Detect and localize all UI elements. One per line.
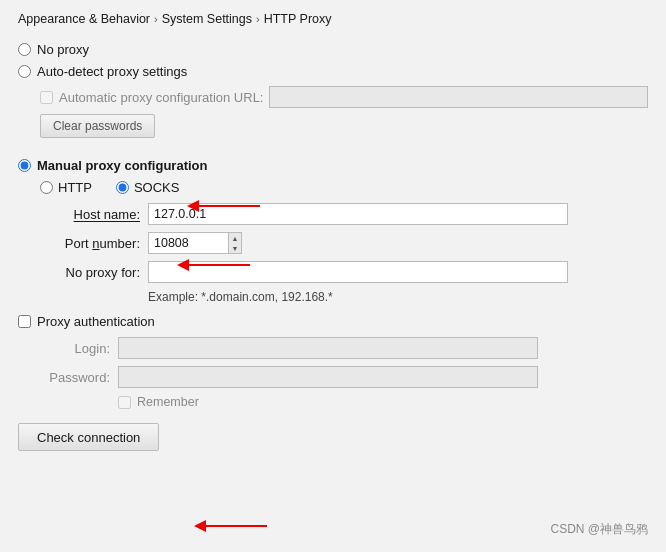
manual-proxy-radio[interactable] xyxy=(18,159,31,172)
breadcrumb-sep1: › xyxy=(154,13,158,25)
port-number-label: Port number: xyxy=(40,236,140,251)
login-row: Login: xyxy=(40,337,648,359)
manual-proxy-label: Manual proxy configuration xyxy=(37,158,207,173)
port-number-input[interactable] xyxy=(148,232,228,254)
host-name-input[interactable] xyxy=(148,203,568,225)
port-number-row: Port number: ▲ ▼ xyxy=(40,232,648,254)
auto-config-row: Automatic proxy configuration URL: xyxy=(40,86,648,108)
remember-row: Remember xyxy=(118,395,648,409)
breadcrumb-part1: Appearance & Behavior xyxy=(18,12,150,26)
auto-config-label: Automatic proxy configuration URL: xyxy=(59,90,263,105)
http-socks-row: HTTP SOCKS xyxy=(40,180,648,195)
no-proxy-radio[interactable] xyxy=(18,43,31,56)
socks-label[interactable]: SOCKS xyxy=(134,180,180,195)
no-proxy-for-label: No proxy for: xyxy=(40,265,140,280)
host-name-label: Host name: xyxy=(40,207,140,222)
login-input[interactable] xyxy=(118,337,538,359)
port-spinners: ▲ ▼ xyxy=(228,232,242,254)
no-proxy-label[interactable]: No proxy xyxy=(37,42,89,57)
breadcrumb-part3: HTTP Proxy xyxy=(264,12,332,26)
password-row: Password: xyxy=(40,366,648,388)
host-name-row: Host name: xyxy=(40,203,648,225)
example-text: Example: *.domain.com, 192.168.* xyxy=(148,290,648,304)
socks-option: SOCKS xyxy=(116,180,180,195)
auto-detect-label[interactable]: Auto-detect proxy settings xyxy=(37,64,187,79)
settings-panel: Appearance & Behavior › System Settings … xyxy=(0,0,666,552)
password-label: Password: xyxy=(40,370,110,385)
manual-proxy-row: Manual proxy configuration xyxy=(18,158,648,173)
check-arrow-annotation xyxy=(192,516,272,536)
port-decrement-button[interactable]: ▼ xyxy=(229,243,241,253)
clear-passwords-section: Clear passwords xyxy=(18,114,648,148)
proxy-auth-row: Proxy authentication xyxy=(18,314,648,329)
auto-detect-radio[interactable] xyxy=(18,65,31,78)
no-proxy-row: No proxy xyxy=(18,42,648,57)
clear-passwords-button[interactable]: Clear passwords xyxy=(40,114,155,138)
socks-radio[interactable] xyxy=(116,181,129,194)
watermark: CSDN @神兽鸟鸦 xyxy=(550,521,648,538)
proxy-auth-label[interactable]: Proxy authentication xyxy=(37,314,155,329)
password-input[interactable] xyxy=(118,366,538,388)
no-proxy-for-row: No proxy for: xyxy=(40,261,648,283)
auto-config-checkbox[interactable] xyxy=(40,91,53,104)
http-option: HTTP xyxy=(40,180,92,195)
auto-detect-row: Auto-detect proxy settings xyxy=(18,64,648,79)
breadcrumb-sep2: › xyxy=(256,13,260,25)
breadcrumb: Appearance & Behavior › System Settings … xyxy=(18,12,648,26)
port-arrow-annotation xyxy=(175,255,255,275)
http-label[interactable]: HTTP xyxy=(58,180,92,195)
http-radio[interactable] xyxy=(40,181,53,194)
proxy-auth-checkbox[interactable] xyxy=(18,315,31,328)
port-increment-button[interactable]: ▲ xyxy=(229,233,241,243)
login-label: Login: xyxy=(40,341,110,356)
remember-checkbox[interactable] xyxy=(118,396,131,409)
remember-label[interactable]: Remember xyxy=(137,395,199,409)
check-connection-button[interactable]: Check connection xyxy=(18,423,159,451)
port-number-wrapper: ▲ ▼ xyxy=(148,232,568,254)
auto-config-url-input[interactable] xyxy=(269,86,648,108)
breadcrumb-part2: System Settings xyxy=(162,12,252,26)
